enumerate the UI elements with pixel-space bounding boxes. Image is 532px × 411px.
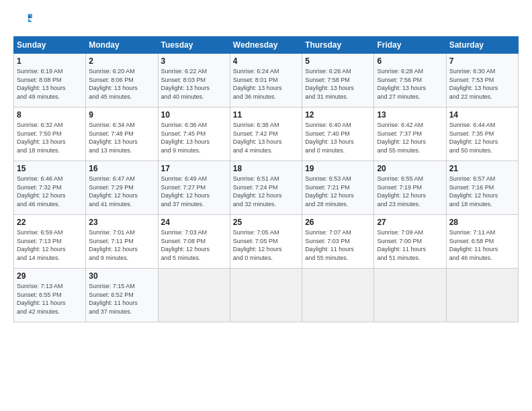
day-number: 6: [377, 56, 443, 66]
day-number: 17: [161, 164, 227, 173]
calendar-cell: 10Sunrise: 6:36 AMSunset: 7:45 PMDayligh…: [158, 107, 230, 161]
calendar-page: SundayMondayTuesdayWednesdayThursdayFrid…: [0, 0, 532, 411]
calendar-cell: 27Sunrise: 7:09 AMSunset: 7:00 PMDayligh…: [374, 215, 446, 269]
calendar-cell: 15Sunrise: 6:46 AMSunset: 7:32 PMDayligh…: [14, 161, 86, 215]
day-number: 5: [305, 56, 371, 66]
week-row-2: 8Sunrise: 6:32 AMSunset: 7:50 PMDaylight…: [14, 107, 519, 161]
calendar-cell: 23Sunrise: 7:01 AMSunset: 7:11 PMDayligh…: [86, 215, 158, 269]
day-number: 24: [161, 218, 227, 227]
day-number: 20: [377, 164, 443, 173]
day-number: 8: [17, 110, 83, 120]
day-number: 18: [233, 164, 299, 173]
calendar-cell: [374, 269, 446, 322]
calendar-cell: 13Sunrise: 6:42 AMSunset: 7:37 PMDayligh…: [374, 107, 446, 161]
calendar-cell: 26Sunrise: 7:07 AMSunset: 7:03 PMDayligh…: [302, 215, 374, 269]
calendar-cell: [158, 269, 230, 322]
day-info: Sunrise: 6:24 AMSunset: 8:01 PMDaylight:…: [233, 67, 299, 101]
day-number: 7: [449, 56, 515, 66]
day-number: 29: [17, 271, 83, 281]
day-info: Sunrise: 6:40 AMSunset: 7:40 PMDaylight:…: [305, 121, 371, 154]
calendar-table: SundayMondayTuesdayWednesdayThursdayFrid…: [13, 36, 519, 322]
day-number: 14: [449, 110, 515, 120]
day-number: 15: [17, 164, 83, 173]
day-number: 26: [305, 218, 371, 227]
day-info: Sunrise: 7:07 AMSunset: 7:03 PMDaylight:…: [305, 228, 371, 262]
week-row-4: 22Sunrise: 6:59 AMSunset: 7:13 PMDayligh…: [14, 215, 519, 269]
day-info: Sunrise: 7:09 AMSunset: 7:00 PMDaylight:…: [377, 228, 443, 262]
header-cell-monday: Monday: [86, 37, 158, 54]
calendar-cell: 12Sunrise: 6:40 AMSunset: 7:40 PMDayligh…: [302, 107, 374, 161]
week-row-1: 1Sunrise: 6:19 AMSunset: 8:08 PMDaylight…: [14, 54, 519, 107]
calendar-cell: 8Sunrise: 6:32 AMSunset: 7:50 PMDaylight…: [14, 107, 86, 161]
calendar-cell: 28Sunrise: 7:11 AMSunset: 6:58 PMDayligh…: [446, 215, 518, 269]
header-cell-thursday: Thursday: [302, 37, 374, 54]
day-info: Sunrise: 6:46 AMSunset: 7:32 PMDaylight:…: [17, 175, 83, 208]
day-info: Sunrise: 6:55 AMSunset: 7:19 PMDaylight:…: [377, 175, 443, 208]
calendar-cell: 6Sunrise: 6:28 AMSunset: 7:56 PMDaylight…: [374, 54, 446, 107]
week-row-5: 29Sunrise: 7:13 AMSunset: 6:55 PMDayligh…: [14, 269, 519, 322]
day-info: Sunrise: 6:22 AMSunset: 8:03 PMDaylight:…: [161, 67, 227, 101]
calendar-cell: 2Sunrise: 6:20 AMSunset: 8:06 PMDaylight…: [86, 54, 158, 107]
calendar-cell: 11Sunrise: 6:38 AMSunset: 7:42 PMDayligh…: [230, 107, 302, 161]
day-info: Sunrise: 7:15 AMSunset: 6:52 PMDaylight:…: [89, 282, 154, 316]
header-cell-sunday: Sunday: [14, 37, 86, 54]
day-number: 4: [233, 56, 299, 66]
day-number: 30: [89, 271, 154, 281]
day-info: Sunrise: 6:19 AMSunset: 8:08 PMDaylight:…: [17, 67, 83, 101]
week-row-3: 15Sunrise: 6:46 AMSunset: 7:32 PMDayligh…: [14, 161, 519, 215]
calendar-cell: 25Sunrise: 7:05 AMSunset: 7:05 PMDayligh…: [230, 215, 302, 269]
calendar-cell: 1Sunrise: 6:19 AMSunset: 8:08 PMDaylight…: [14, 54, 86, 107]
calendar-cell: [446, 269, 518, 322]
calendar-cell: 20Sunrise: 6:55 AMSunset: 7:19 PMDayligh…: [374, 161, 446, 215]
day-info: Sunrise: 7:13 AMSunset: 6:55 PMDaylight:…: [17, 282, 83, 316]
header: [13, 11, 519, 30]
day-info: Sunrise: 6:51 AMSunset: 7:24 PMDaylight:…: [233, 175, 299, 208]
calendar-cell: 9Sunrise: 6:34 AMSunset: 7:48 PMDaylight…: [86, 107, 158, 161]
day-info: Sunrise: 6:57 AMSunset: 7:16 PMDaylight:…: [449, 175, 515, 208]
day-number: 2: [89, 56, 154, 66]
day-info: Sunrise: 6:42 AMSunset: 7:37 PMDaylight:…: [377, 121, 443, 154]
calendar-cell: [302, 269, 374, 322]
day-number: 19: [305, 164, 371, 173]
day-info: Sunrise: 6:34 AMSunset: 7:48 PMDaylight:…: [89, 121, 154, 154]
calendar-cell: 22Sunrise: 6:59 AMSunset: 7:13 PMDayligh…: [14, 215, 86, 269]
day-number: 16: [89, 164, 154, 173]
day-number: 22: [17, 218, 83, 227]
header-cell-friday: Friday: [374, 37, 446, 54]
day-info: Sunrise: 6:38 AMSunset: 7:42 PMDaylight:…: [233, 121, 299, 154]
day-number: 13: [377, 110, 443, 120]
calendar-cell: 24Sunrise: 7:03 AMSunset: 7:08 PMDayligh…: [158, 215, 230, 269]
calendar-cell: 29Sunrise: 7:13 AMSunset: 6:55 PMDayligh…: [14, 269, 86, 322]
logo-icon: [13, 11, 32, 30]
day-number: 9: [89, 110, 154, 120]
day-info: Sunrise: 6:49 AMSunset: 7:27 PMDaylight:…: [161, 175, 227, 208]
day-number: 3: [161, 56, 227, 66]
day-info: Sunrise: 6:30 AMSunset: 7:53 PMDaylight:…: [449, 67, 515, 101]
day-info: Sunrise: 7:11 AMSunset: 6:58 PMDaylight:…: [449, 228, 515, 262]
day-number: 27: [377, 218, 443, 227]
day-info: Sunrise: 6:32 AMSunset: 7:50 PMDaylight:…: [17, 121, 83, 154]
header-cell-saturday: Saturday: [446, 37, 518, 54]
header-cell-tuesday: Tuesday: [158, 37, 230, 54]
day-info: Sunrise: 6:59 AMSunset: 7:13 PMDaylight:…: [17, 228, 83, 262]
day-number: 1: [17, 56, 83, 66]
calendar-cell: 5Sunrise: 6:26 AMSunset: 7:58 PMDaylight…: [302, 54, 374, 107]
day-number: 11: [233, 110, 299, 120]
header-cell-wednesday: Wednesday: [230, 37, 302, 54]
calendar-cell: [230, 269, 302, 322]
day-info: Sunrise: 7:03 AMSunset: 7:08 PMDaylight:…: [161, 228, 227, 262]
day-info: Sunrise: 6:36 AMSunset: 7:45 PMDaylight:…: [161, 121, 227, 154]
day-number: 23: [89, 218, 154, 227]
calendar-cell: 17Sunrise: 6:49 AMSunset: 7:27 PMDayligh…: [158, 161, 230, 215]
day-info: Sunrise: 6:20 AMSunset: 8:06 PMDaylight:…: [89, 67, 154, 101]
calendar-cell: 19Sunrise: 6:53 AMSunset: 7:21 PMDayligh…: [302, 161, 374, 215]
day-info: Sunrise: 6:44 AMSunset: 7:35 PMDaylight:…: [449, 121, 515, 154]
calendar-cell: 21Sunrise: 6:57 AMSunset: 7:16 PMDayligh…: [446, 161, 518, 215]
day-number: 25: [233, 218, 299, 227]
svg-marker-1: [28, 18, 32, 22]
calendar-cell: 7Sunrise: 6:30 AMSunset: 7:53 PMDaylight…: [446, 54, 518, 107]
day-info: Sunrise: 6:47 AMSunset: 7:29 PMDaylight:…: [89, 175, 154, 208]
calendar-cell: 30Sunrise: 7:15 AMSunset: 6:52 PMDayligh…: [86, 269, 158, 322]
day-info: Sunrise: 6:53 AMSunset: 7:21 PMDaylight:…: [305, 175, 371, 208]
day-number: 10: [161, 110, 227, 120]
